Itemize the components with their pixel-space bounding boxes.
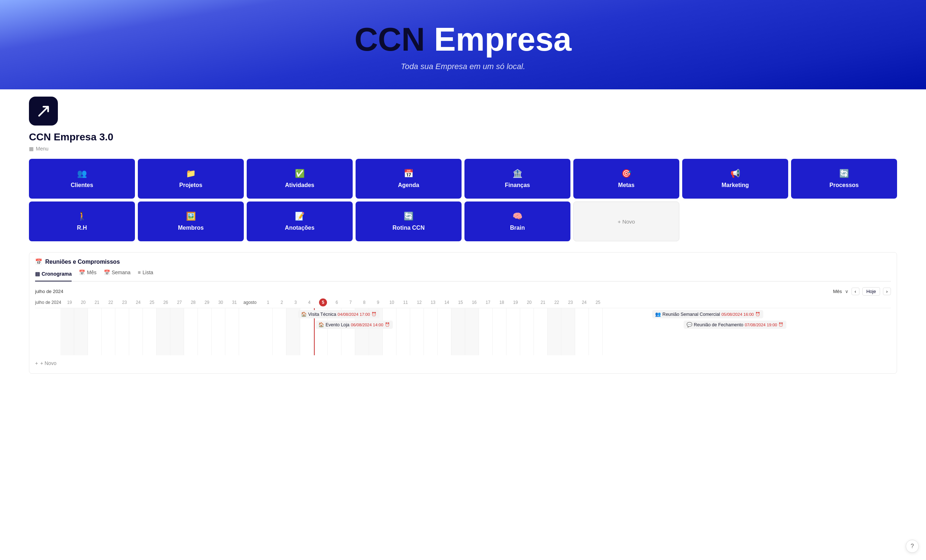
day-20: 20 [76,300,90,305]
tab-cronograma[interactable]: ▤ Cronograma [35,269,72,282]
app-title: CCN Empresa 3.0 [29,131,897,143]
agenda-icon: 📅 [404,169,413,179]
day-23: 23 [118,300,131,305]
calendar-header: 📅 Reuniões e Compromissos [35,258,891,265]
add-novo-btn[interactable]: + + Novo [35,359,891,368]
aug-25: 25 [591,300,605,305]
day-21: 21 [90,300,104,305]
projetos-icon: 📁 [186,169,196,179]
atividades-icon: ✅ [295,169,304,179]
header-banner: CCN Empresa Toda sua Empresa em um só lo… [0,0,926,89]
aug-8: 8 [357,300,371,305]
view-label: Mês [833,289,842,294]
nav-btn-financas[interactable]: 🏦 Finanças [465,159,570,198]
aug-21: 21 [536,300,550,305]
timeline-scroll[interactable]: julho de 2024 Mês ∨ ‹ Hoje › julho de 20… [35,287,891,368]
rh-icon: 🚶 [77,212,87,221]
event-loja[interactable]: 🏠 Evento Loja 06/08/2024 14:00 ⏰ [315,321,393,329]
aug-9: 9 [371,300,385,305]
header-ccn: CCN [354,21,425,58]
today-btn[interactable]: Hoje [862,287,880,295]
reuniao-icon: 👥 [655,312,661,317]
cronograma-icon: ▤ [35,271,40,277]
today-circle: 5 [319,298,327,306]
clock-icon-1: ⏰ [371,312,377,316]
header-title: CCN Empresa [7,22,919,58]
nav-grid-row1: 👥 Clientes 📁 Projetos ✅ Atividades 📅 Age… [29,159,897,198]
nav-btn-metas[interactable]: 🎯 Metas [573,159,679,198]
processos-icon: 🔄 [839,169,849,179]
event-visita[interactable]: 🏠 Visita Técnica 04/08/2024 17:00 ⏰ [298,310,380,318]
aug-4: 4 [303,300,316,305]
day-28: 28 [186,300,200,305]
aug-20: 20 [522,300,536,305]
loja-icon: 🏠 [318,322,324,327]
event-fechamento[interactable]: 💬 Reunião de Fechamento 07/08/2024 19:00… [684,321,786,329]
clock-icon-4: ⏰ [778,322,784,327]
nav-empty-2 [791,201,897,241]
metas-icon: 🎯 [622,169,631,179]
aug-11: 11 [399,300,412,305]
nav-btn-agenda[interactable]: 📅 Agenda [356,159,461,198]
day-30: 30 [214,300,227,305]
clock-icon-2: ⏰ [755,312,760,316]
aug-17: 17 [481,300,495,305]
nav-btn-membros[interactable]: 🖼️ Membros [138,201,244,241]
nav-btn-novo[interactable]: + Novo [573,201,679,241]
nav-grid-row2: 🚶 R.H 🖼️ Membros 📝 Anotações 🔄 Rotina CC… [29,201,897,241]
tab-semana[interactable]: 📅 Semana [104,269,130,278]
aug-14: 14 [440,300,454,305]
prev-btn[interactable]: ‹ [852,288,859,295]
tab-mes[interactable]: 📅 Mês [79,269,96,278]
nav-btn-clientes[interactable]: 👥 Clientes [29,159,135,198]
nav-btn-projetos[interactable]: 📁 Projetos [138,159,244,198]
aug-6: 6 [330,300,343,305]
aug-12: 12 [412,300,426,305]
day-31: 31 [227,300,241,305]
aug-3: 3 [289,300,303,305]
semana-icon: 📅 [104,269,110,275]
day-19: 19 [63,300,76,305]
august-header: agosto [241,300,261,305]
nav-btn-processos[interactable]: 🔄 Processos [791,159,897,198]
july-header: julho de 2024 [35,300,63,305]
nav-btn-atividades[interactable]: ✅ Atividades [247,159,353,198]
help-button[interactable]: ? [906,540,919,553]
day-25: 25 [145,300,159,305]
day-24: 24 [131,300,145,305]
calendar-tabs: ▤ Cronograma 📅 Mês 📅 Semana ≡ Lista [35,269,891,282]
day-26: 26 [159,300,172,305]
aug-19: 19 [508,300,522,305]
nav-btn-anotacoes[interactable]: 📝 Anotações [247,201,353,241]
nav-btn-rotina[interactable]: 🔄 Rotina CCN [356,201,461,241]
aug-7: 7 [343,300,357,305]
dates-row: julho de 2024 19 20 21 22 23 24 25 26 27… [35,298,891,306]
calendar-icon: 📅 [35,258,42,265]
next-btn[interactable]: › [883,288,891,295]
menu-icon: ▦ [29,146,34,151]
header-empresa: Empresa [434,21,572,58]
cal-controls: Mês ∨ ‹ Hoje › [833,287,891,295]
tab-lista[interactable]: ≡ Lista [138,269,153,278]
calendar-section: 📅 Reuniões e Compromissos ▤ Cronograma 📅… [29,252,897,374]
aug-23: 23 [564,300,577,305]
aug-2: 2 [275,300,289,305]
nav-btn-rh[interactable]: 🚶 R.H [29,201,135,241]
day-22: 22 [104,300,118,305]
day-27: 27 [172,300,186,305]
aug-10: 10 [385,300,399,305]
aug-15: 15 [454,300,468,305]
fechamento-icon: 💬 [687,322,692,327]
marketing-icon: 📢 [730,169,740,179]
anotacoes-icon: 📝 [295,212,304,221]
clientes-icon: 👥 [77,169,87,179]
nav-btn-marketing[interactable]: 📢 Marketing [682,159,788,198]
financas-icon: 🏦 [513,169,522,179]
nav-empty-1 [682,201,788,241]
aug-5-today: 5 [316,298,330,306]
aug-13: 13 [426,300,440,305]
event-reuniao-semanal[interactable]: 👥 Reunião Semanal Comercial 05/08/2024 1… [652,310,763,318]
membros-icon: 🖼️ [186,212,196,221]
nav-btn-brain[interactable]: 🧠 Brain [465,201,570,241]
visita-icon: 🏠 [301,312,307,317]
